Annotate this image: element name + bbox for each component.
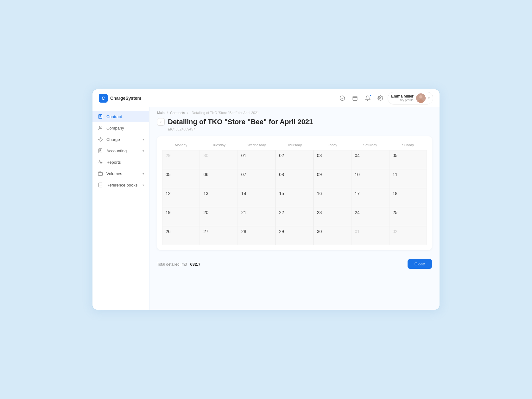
user-area[interactable]: Emma Miller My profile ▾ (388, 92, 433, 104)
cal-cell-w3d7[interactable]: 18 (389, 188, 427, 207)
reference-chevron-icon: ▾ (142, 183, 144, 187)
accounting-chevron-icon: ▾ (142, 149, 144, 153)
cal-cell-w1d7[interactable]: 05 (389, 150, 427, 169)
page-title: Detailing of TKO "Store "Bee" for April … (168, 118, 313, 126)
sidebar-item-charge[interactable]: Charge ▾ (92, 134, 149, 145)
sidebar-item-charge-label: Charge (106, 137, 139, 142)
calendar-container: Monday Tuesday Wednesday Thursday Friday… (157, 136, 432, 250)
cal-cell-w2d3[interactable]: 07 (238, 169, 276, 188)
sidebar: Contract Company Charge ▾ (92, 107, 149, 310)
cal-cell-w5d5[interactable]: 30 (314, 226, 351, 245)
close-button[interactable]: Close (408, 259, 432, 269)
cal-cell-w1d4[interactable]: 02 (276, 150, 313, 169)
reference-icon (98, 182, 103, 188)
calendar-icon-button[interactable] (350, 93, 360, 104)
notification-icon-button[interactable] (362, 93, 373, 104)
cal-cell-w2d2[interactable]: 06 (200, 169, 238, 188)
sidebar-item-volumes-label: Volumes (106, 171, 139, 176)
cal-cell-w5d2[interactable]: 27 (200, 226, 238, 245)
cal-header-monday: Monday (162, 141, 200, 150)
breadcrumb-contracts[interactable]: Contracts (170, 111, 185, 115)
breadcrumb: Main / Contracts / Detailing of TKO 'Sto… (149, 107, 440, 116)
cal-cell-w2d5[interactable]: 09 (314, 169, 351, 188)
sidebar-item-accounting[interactable]: Accounting ▾ (92, 145, 149, 156)
app-logo-icon: C (99, 94, 108, 103)
cal-cell-w5d6[interactable]: 01 (351, 226, 389, 245)
app-window: C ChargeSystem (92, 89, 440, 310)
sidebar-item-reference[interactable]: Reference books ▾ (92, 179, 149, 191)
cal-cell-w5d1[interactable]: 26 (162, 226, 200, 245)
cal-cell-w4d1[interactable]: 19 (162, 207, 200, 226)
sidebar-item-reports[interactable]: Reports (92, 156, 149, 168)
cal-cell-w4d4[interactable]: 22 (276, 207, 313, 226)
user-name: Emma Miller (391, 94, 414, 98)
total-label: Total detailed, m3 (157, 262, 187, 267)
cal-header-sunday: Sunday (389, 141, 427, 150)
breadcrumb-sep1: / (167, 111, 169, 115)
calendar-grid: Monday Tuesday Wednesday Thursday Friday… (162, 141, 427, 245)
svg-point-5 (380, 97, 381, 99)
sidebar-item-reference-label: Reference books (106, 183, 139, 187)
avatar (416, 93, 426, 103)
check-icon-button[interactable] (337, 93, 348, 104)
header: C ChargeSystem (92, 89, 440, 107)
header-icons: Emma Miller My profile ▾ (337, 92, 433, 104)
sidebar-item-contract[interactable]: Contract (92, 111, 149, 122)
sidebar-item-volumes[interactable]: Volumes ▾ (92, 168, 149, 179)
cal-header-wednesday: Wednesday (238, 141, 276, 150)
contract-icon (98, 114, 103, 119)
content-area: Main / Contracts / Detailing of TKO 'Sto… (149, 107, 440, 310)
cal-cell-w1d2[interactable]: 30 (200, 150, 238, 169)
cal-header-tuesday: Tuesday (200, 141, 238, 150)
company-icon (98, 125, 103, 131)
cal-cell-w4d2[interactable]: 20 (200, 207, 238, 226)
footer-row: Total detailed, m3 632.7 Close (149, 255, 440, 273)
cal-cell-w3d4[interactable]: 15 (276, 188, 313, 207)
svg-rect-1 (353, 96, 358, 101)
cal-cell-w1d3[interactable]: 01 (238, 150, 276, 169)
cal-cell-w5d7[interactable]: 02 (389, 226, 427, 245)
cal-header-thursday: Thursday (276, 141, 313, 150)
cal-cell-w2d6[interactable]: 10 (351, 169, 389, 188)
svg-rect-19 (98, 173, 102, 175)
cal-cell-w3d5[interactable]: 16 (314, 188, 351, 207)
breadcrumb-current: Detailing of TKO 'Store "Bee"' for April… (192, 111, 259, 115)
cal-header-saturday: Saturday (351, 141, 389, 150)
back-button[interactable]: ‹ (157, 118, 165, 126)
cal-cell-w4d7[interactable]: 25 (389, 207, 427, 226)
cal-cell-w2d4[interactable]: 08 (276, 169, 313, 188)
sidebar-item-company[interactable]: Company (92, 122, 149, 134)
sidebar-item-reports-label: Reports (106, 160, 144, 165)
cal-cell-w5d4[interactable]: 29 (276, 226, 313, 245)
cal-cell-w3d3[interactable]: 14 (238, 188, 276, 207)
cal-cell-w1d6[interactable]: 04 (351, 150, 389, 169)
cal-cell-w4d5[interactable]: 23 (314, 207, 351, 226)
user-chevron-icon: ▾ (428, 96, 430, 100)
volumes-chevron-icon: ▾ (142, 172, 144, 175)
cal-cell-w4d3[interactable]: 21 (238, 207, 276, 226)
cal-cell-w2d7[interactable]: 11 (389, 169, 427, 188)
eic-label: EIC: 56Z4589457 (149, 127, 440, 136)
cal-cell-w1d5[interactable]: 03 (314, 150, 351, 169)
sidebar-item-company-label: Company (106, 126, 144, 130)
volumes-icon (98, 171, 103, 176)
total-section: Total detailed, m3 632.7 (157, 261, 200, 267)
breadcrumb-main[interactable]: Main (157, 111, 165, 115)
user-info: Emma Miller My profile (391, 94, 414, 102)
cal-cell-w3d6[interactable]: 17 (351, 188, 389, 207)
user-role: My profile (391, 98, 414, 102)
cal-cell-w3d1[interactable]: 12 (162, 188, 200, 207)
sidebar-item-accounting-label: Accounting (106, 149, 139, 153)
cal-cell-w4d6[interactable]: 24 (351, 207, 389, 226)
main-layout: Contract Company Charge ▾ (92, 107, 440, 310)
cal-cell-w1d1[interactable]: 29 (162, 150, 200, 169)
breadcrumb-sep2: / (187, 111, 189, 115)
total-value: 632.7 (190, 262, 201, 267)
cal-cell-w5d3[interactable]: 28 (238, 226, 276, 245)
cal-cell-w3d2[interactable]: 13 (200, 188, 238, 207)
accounting-icon (98, 148, 103, 154)
cal-cell-w2d1[interactable]: 05 (162, 169, 200, 188)
charge-chevron-icon: ▾ (142, 138, 144, 141)
charge-icon (98, 136, 103, 142)
settings-icon-button[interactable] (375, 93, 386, 104)
